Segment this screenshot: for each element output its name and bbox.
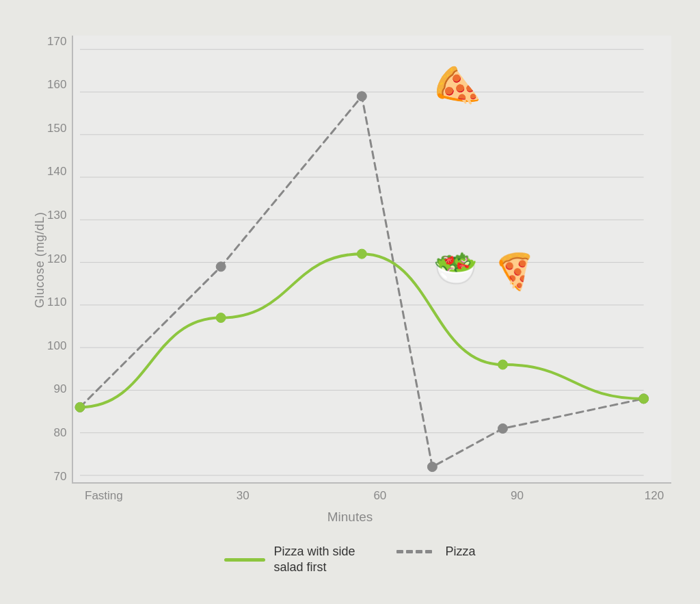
y-tick: 140 (47, 166, 66, 177)
x-axis-ticks: Fasting306090120 (85, 489, 671, 503)
chart-svg: 🍕🥗🍕 (73, 36, 671, 482)
x-label: Minutes (29, 510, 671, 525)
svg-point-19 (358, 249, 367, 259)
svg-text:🍕: 🍕 (422, 57, 487, 120)
y-axis-ticks: 170160150140130120110100908070 (47, 36, 72, 484)
svg-point-20 (498, 360, 508, 369)
x-tick: 90 (500, 489, 534, 503)
legend-row: Pizza with sidesalad first Pizza (224, 544, 475, 576)
y-tick: 100 (47, 340, 66, 352)
y-axis-label: Glucose (mg/dL) (29, 36, 47, 484)
svg-point-13 (358, 91, 367, 101)
chart-container: Glucose (mg/dL) 170160150140130120110100… (22, 22, 678, 583)
x-axis-row: Fasting306090120 (29, 489, 671, 503)
chart-plot: 🍕🥗🍕 (72, 36, 671, 484)
y-tick: 110 (47, 296, 66, 308)
svg-text:🥗: 🥗 (434, 246, 479, 289)
svg-point-12 (217, 261, 226, 271)
legend-solid-label: Pizza with sidesalad first (273, 544, 355, 576)
y-tick: 130 (47, 209, 66, 221)
x-tick: Fasting (85, 489, 123, 503)
svg-point-17 (75, 402, 85, 412)
legend-dashed-label: Pizza (446, 544, 476, 560)
x-tick: 60 (363, 489, 397, 503)
svg-text:🍕: 🍕 (487, 241, 541, 295)
legend-dashed-line (396, 550, 438, 553)
y-tick: 70 (53, 471, 66, 482)
svg-point-14 (428, 462, 438, 471)
legend-item-solid: Pizza with sidesalad first (224, 544, 355, 576)
chart-area: Glucose (mg/dL) 170160150140130120110100… (29, 36, 671, 484)
x-tick: 30 (226, 489, 260, 503)
y-tick: 150 (47, 122, 66, 134)
legend-item-dashed: Pizza (396, 544, 476, 560)
y-tick: 170 (47, 36, 66, 47)
y-tick: 120 (47, 253, 66, 265)
svg-point-18 (217, 313, 226, 322)
legend-solid-line (224, 558, 265, 562)
y-tick: 90 (53, 383, 66, 395)
x-tick: 120 (637, 489, 671, 503)
svg-point-15 (498, 423, 508, 433)
y-tick: 80 (53, 427, 66, 438)
svg-point-21 (639, 393, 649, 403)
y-tick: 160 (47, 79, 66, 90)
